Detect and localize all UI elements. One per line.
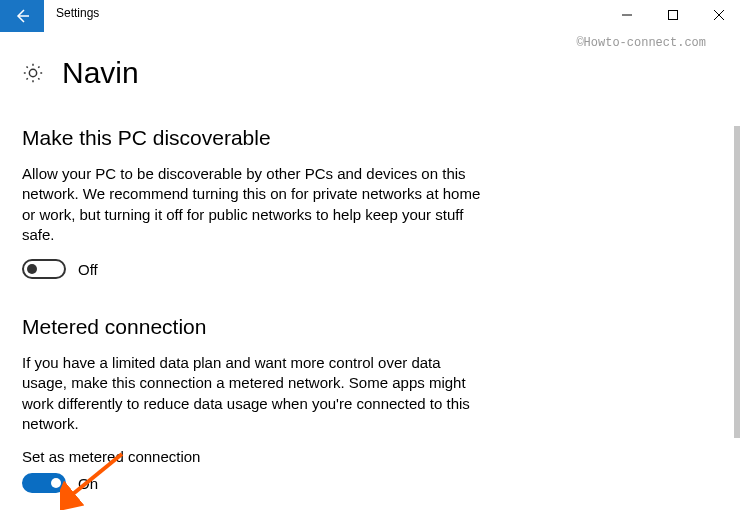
discoverable-toggle[interactable] [22, 259, 66, 279]
back-button[interactable] [0, 0, 44, 32]
window-controls [604, 0, 742, 30]
metered-toggle[interactable] [22, 473, 66, 493]
minimize-icon [622, 10, 632, 20]
close-icon [714, 10, 724, 20]
watermark-text: ©Howto-connect.com [576, 36, 706, 50]
toggle-knob [27, 264, 37, 274]
minimize-button[interactable] [604, 0, 650, 30]
metered-toggle-row: On [22, 473, 720, 493]
window-title: Settings [44, 0, 604, 20]
discoverable-toggle-label: Off [78, 261, 98, 278]
metered-heading: Metered connection [22, 315, 720, 339]
content-area: Make this PC discoverable Allow your PC … [0, 126, 742, 516]
discoverable-description: Allow your PC to be discoverable by othe… [22, 164, 482, 245]
arrow-left-icon [13, 7, 31, 25]
discoverable-heading: Make this PC discoverable [22, 126, 720, 150]
metered-sub-label: Set as metered connection [22, 448, 720, 465]
toggle-knob [51, 478, 61, 488]
page-title: Navin [62, 56, 139, 90]
metered-toggle-label: On [78, 475, 98, 492]
gear-icon [22, 62, 44, 84]
titlebar: Settings [0, 0, 742, 32]
discoverable-toggle-row: Off [22, 259, 720, 279]
svg-rect-0 [669, 11, 678, 20]
metered-description: If you have a limited data plan and want… [22, 353, 482, 434]
vertical-scrollbar[interactable] [734, 126, 740, 438]
close-button[interactable] [696, 0, 742, 30]
maximize-button[interactable] [650, 0, 696, 30]
maximize-icon [668, 10, 678, 20]
